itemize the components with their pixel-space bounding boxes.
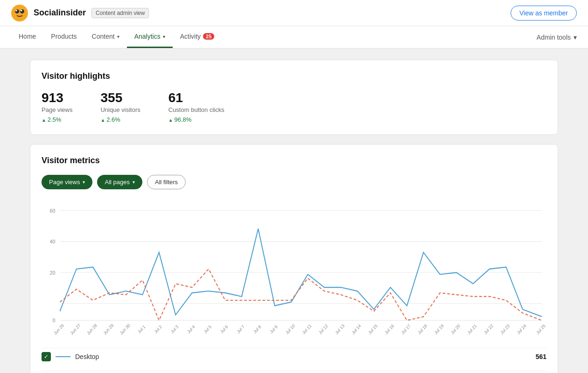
nav-item-analytics[interactable]: Analytics ▾	[127, 26, 173, 48]
unique-visitors-value: 355	[100, 90, 140, 105]
view-as-member-button[interactable]: View as member	[511, 6, 577, 21]
svg-text:Jul 19: Jul 19	[434, 324, 444, 336]
svg-text:Jul 25: Jul 25	[535, 324, 546, 336]
svg-text:Jul 5: Jul 5	[203, 324, 212, 334]
svg-text:Jul 3: Jul 3	[170, 324, 179, 334]
svg-text:Jul 21: Jul 21	[467, 324, 477, 336]
svg-point-0	[11, 5, 28, 21]
svg-text:20: 20	[49, 269, 55, 276]
page-views-change: 2.5%	[42, 116, 72, 123]
header: Socialinsider Content admin view View as…	[0, 0, 588, 26]
svg-text:Jul 10: Jul 10	[285, 324, 295, 336]
svg-text:Jul 8: Jul 8	[252, 324, 262, 334]
desktop-line-icon	[56, 356, 70, 357]
visitor-metrics-chart: 60 40 20 0 Jun 26 Jun 27 Jun 28 Jun 29 J…	[42, 200, 546, 340]
unique-visitors-label: Unique visitors	[100, 106, 140, 113]
visitor-metrics-card: Visitor metrics Page views ▾ All pages ▾…	[30, 144, 558, 373]
svg-text:Jul 14: Jul 14	[351, 324, 362, 336]
chart-legend: ✓ Desktop 561 ✓ Mobile 352	[42, 348, 546, 373]
visitor-highlights-card: Visitor highlights 913 Page views 2.5% 3…	[30, 60, 558, 135]
admin-badge: Content admin view	[91, 8, 149, 18]
svg-text:Jul 16: Jul 16	[384, 324, 395, 336]
svg-point-3	[15, 9, 17, 11]
svg-text:Jul 18: Jul 18	[417, 324, 428, 336]
svg-text:Jun 28: Jun 28	[86, 323, 98, 336]
button-clicks-label: Custom button clicks	[168, 106, 224, 113]
admin-tools-menu[interactable]: Admin tools ▾	[537, 34, 577, 41]
page-views-label: Page views	[42, 106, 72, 113]
content-chevron-icon: ▾	[117, 34, 119, 39]
svg-text:Jun 26: Jun 26	[53, 323, 65, 336]
app-name: Socialinsider	[34, 8, 86, 18]
desktop-label: Desktop	[75, 353, 99, 360]
highlights-grid: 913 Page views 2.5% 355 Unique visitors …	[42, 90, 546, 123]
svg-text:Jul 4: Jul 4	[187, 324, 196, 334]
activity-badge: 25	[203, 33, 214, 40]
nav-left: Home Products Content ▾ Analytics ▾ Acti…	[11, 26, 222, 48]
svg-text:Jun 29: Jun 29	[103, 323, 115, 336]
svg-text:Jul 17: Jul 17	[400, 324, 411, 336]
svg-text:Jul 2: Jul 2	[154, 324, 163, 334]
svg-text:Jul 13: Jul 13	[335, 324, 345, 336]
svg-text:40: 40	[49, 239, 55, 245]
chart-svg: 60 40 20 0 Jun 26 Jun 27 Jun 28 Jun 29 J…	[42, 200, 546, 340]
svg-text:Jul 9: Jul 9	[269, 324, 279, 334]
svg-text:Jul 15: Jul 15	[367, 324, 378, 336]
highlight-unique-visitors: 355 Unique visitors 2.6%	[100, 90, 140, 123]
desktop-value: 561	[536, 353, 546, 360]
svg-text:Jul 12: Jul 12	[318, 324, 329, 336]
main-content: Visitor highlights 913 Page views 2.5% 3…	[19, 60, 569, 373]
highlight-page-views: 913 Page views 2.5%	[42, 90, 72, 123]
legend-desktop: ✓ Desktop 561	[42, 348, 546, 365]
button-clicks-change: 96.8%	[168, 116, 224, 123]
svg-point-4	[21, 9, 22, 11]
metrics-filters: Page views ▾ All pages ▾ All filters	[42, 175, 546, 189]
logo-icon	[11, 5, 28, 21]
svg-text:Jul 7: Jul 7	[236, 324, 245, 334]
header-left: Socialinsider Content admin view	[11, 5, 149, 21]
nav-item-products[interactable]: Products	[43, 26, 84, 48]
svg-text:Jun 27: Jun 27	[70, 323, 82, 336]
page-views-value: 913	[42, 90, 72, 105]
nav-item-activity[interactable]: Activity 25	[173, 26, 222, 48]
unique-visitors-change: 2.6%	[100, 116, 140, 123]
nav-item-home[interactable]: Home	[11, 26, 43, 48]
svg-point-1	[15, 9, 19, 13]
page-views-chevron-icon: ▾	[83, 180, 85, 185]
all-pages-filter-button[interactable]: All pages ▾	[97, 175, 142, 189]
nav: Home Products Content ▾ Analytics ▾ Acti…	[0, 26, 588, 48]
all-pages-chevron-icon: ▾	[133, 180, 135, 185]
svg-text:0: 0	[52, 318, 55, 324]
svg-text:Jun 30: Jun 30	[119, 323, 131, 336]
svg-text:60: 60	[49, 207, 55, 214]
legend-mobile: ✓ Mobile 352	[42, 371, 546, 373]
svg-point-2	[20, 9, 24, 13]
svg-text:Jul 22: Jul 22	[483, 324, 494, 336]
svg-text:Jul 24: Jul 24	[516, 324, 527, 336]
svg-text:Jul 23: Jul 23	[500, 324, 511, 336]
admin-tools-chevron-icon: ▾	[574, 34, 577, 41]
analytics-chevron-icon: ▾	[163, 34, 165, 39]
svg-text:Jul 6: Jul 6	[219, 324, 229, 334]
svg-text:Jul 1: Jul 1	[137, 324, 146, 334]
desktop-checkbox[interactable]: ✓	[42, 352, 51, 361]
legend-desktop-left: ✓ Desktop	[42, 352, 99, 361]
highlight-button-clicks: 61 Custom button clicks 96.8%	[168, 90, 224, 123]
svg-text:Jul 11: Jul 11	[301, 324, 312, 336]
button-clicks-value: 61	[168, 90, 224, 105]
all-filters-button[interactable]: All filters	[147, 175, 186, 189]
page-views-filter-button[interactable]: Page views ▾	[42, 175, 92, 189]
visitor-metrics-title: Visitor metrics	[42, 156, 546, 166]
nav-item-content[interactable]: Content ▾	[84, 26, 127, 48]
svg-text:Jul 20: Jul 20	[450, 324, 461, 336]
visitor-highlights-title: Visitor highlights	[42, 71, 546, 81]
